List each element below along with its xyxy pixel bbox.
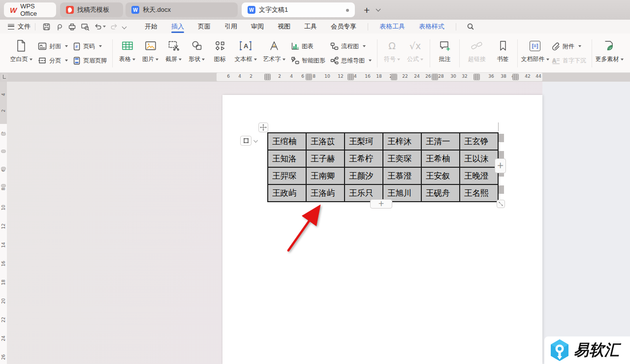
undo-button[interactable] bbox=[94, 23, 106, 30]
table-cell[interactable]: 王清一 bbox=[421, 133, 460, 150]
table-cell[interactable]: 王安叙 bbox=[421, 167, 460, 184]
tab-autumn-doc[interactable]: W 秋天.docx bbox=[126, 2, 238, 17]
table-cell[interactable]: 王名熙 bbox=[460, 184, 498, 202]
table-cell[interactable]: 王希柚 bbox=[421, 150, 460, 167]
table-cell[interactable]: 王玄铮 bbox=[460, 133, 498, 150]
page-break-button[interactable]: 分页 bbox=[38, 55, 68, 67]
table-column-marker[interactable] bbox=[347, 74, 354, 80]
save-button[interactable] bbox=[42, 23, 51, 31]
tab-wps-office[interactable]: W WPS Office bbox=[4, 2, 56, 17]
more-assets-button[interactable]: 更多素材 bbox=[595, 34, 624, 72]
search-button[interactable] bbox=[467, 23, 474, 30]
table-cell[interactable]: 王子赫 bbox=[306, 150, 345, 167]
table-column-marker[interactable] bbox=[264, 74, 271, 80]
flowchart-button[interactable]: 流程图 bbox=[330, 40, 372, 53]
mindmap-icon bbox=[330, 57, 339, 64]
screenshot-button[interactable]: 截屏 bbox=[162, 34, 185, 72]
page-number-button[interactable]: # 页码 bbox=[73, 40, 107, 53]
picture-icon bbox=[145, 41, 157, 51]
textbox-button[interactable]: A 文本框 bbox=[231, 34, 260, 72]
shapes-button[interactable]: 形状 bbox=[185, 34, 208, 72]
table-cell[interactable]: 王政屿 bbox=[268, 184, 306, 202]
mindmap-button[interactable]: 思维导图 bbox=[330, 55, 372, 67]
table-cell[interactable]: 王知洛 bbox=[268, 150, 306, 167]
table-cell[interactable]: 王洛屿 bbox=[306, 184, 345, 202]
vertical-ruler[interactable]: 422468101214161820222426 bbox=[0, 82, 7, 364]
table-button[interactable]: 表格 bbox=[116, 34, 139, 72]
menu-member[interactable]: 会员专享 bbox=[331, 20, 356, 33]
table-move-handle[interactable] bbox=[258, 122, 268, 132]
table-column-marker[interactable] bbox=[512, 74, 519, 80]
bookmark-button[interactable]: 书签 bbox=[491, 34, 514, 72]
document-page[interactable]: 王绾柚王洛苡王梨珂王梓沐王清一王玄铮王知洛王子赫王希柠王奕琛王希柚王以沫王羿琛王… bbox=[222, 95, 542, 364]
table-cell[interactable]: 王奕琛 bbox=[383, 150, 421, 167]
undo-caret-icon bbox=[103, 26, 106, 28]
print-preview-button[interactable] bbox=[81, 23, 90, 31]
table-select-icon bbox=[243, 138, 249, 144]
row-end-marker bbox=[499, 134, 504, 142]
table-column-marker[interactable] bbox=[306, 74, 312, 80]
table-cell[interactable]: 王以沫 bbox=[460, 150, 498, 167]
tab-list-chevron-icon[interactable] bbox=[376, 7, 381, 12]
table-cell[interactable]: 王梓沐 bbox=[383, 133, 421, 150]
tab-current-doc[interactable]: W 文字文稿1 bbox=[242, 2, 355, 17]
names-table[interactable]: 王绾柚王洛苡王梨珂王梓沐王清一王玄铮王知洛王子赫王希柠王奕琛王希柚王以沫王羿琛王… bbox=[267, 132, 499, 202]
table-cell[interactable]: 王慕澄 bbox=[383, 167, 421, 184]
quick-access-chevron[interactable] bbox=[123, 25, 126, 29]
menu-table-tools[interactable]: 表格工具 bbox=[379, 20, 405, 33]
table-select-button[interactable] bbox=[240, 136, 252, 146]
table-cell[interactable]: 王梨珂 bbox=[345, 133, 383, 150]
table-resize-handle[interactable] bbox=[497, 200, 505, 208]
smart-graphic-button[interactable]: 智能图形 bbox=[291, 55, 325, 67]
table-cell[interactable]: 王洛苡 bbox=[306, 133, 345, 150]
menu-tools[interactable]: 工具 bbox=[304, 20, 317, 33]
table-cell[interactable]: 王希柠 bbox=[345, 150, 383, 167]
export-pdf-button[interactable] bbox=[55, 23, 63, 31]
print-button[interactable] bbox=[68, 23, 76, 31]
blank-page-button[interactable]: 空白页 bbox=[7, 34, 35, 72]
picture-button[interactable]: 图片 bbox=[139, 34, 162, 72]
table-column-marker[interactable] bbox=[432, 74, 438, 80]
menu-table-style[interactable]: 表格样式 bbox=[419, 20, 444, 33]
chart-button[interactable]: 图表 bbox=[291, 40, 325, 53]
table-column-marker[interactable] bbox=[473, 74, 480, 80]
menu-reference[interactable]: 引用 bbox=[224, 20, 237, 33]
table-cell[interactable]: 王南卿 bbox=[306, 167, 345, 184]
menu-view[interactable]: 视图 bbox=[278, 20, 290, 33]
table-cell[interactable]: 王颜汐 bbox=[345, 167, 383, 184]
file-menu[interactable]: 文件 bbox=[18, 22, 31, 31]
ribbon-insert: 空白页 封面 分页 # 页码 页眉页脚 表格 bbox=[0, 33, 630, 73]
doc-parts-button[interactable]: [=] 文档部件 bbox=[521, 34, 549, 72]
main-menu-icon[interactable] bbox=[8, 24, 14, 30]
ruler-tick-label: 30 bbox=[450, 74, 456, 79]
add-column-button[interactable]: + bbox=[495, 158, 506, 173]
header-footer-button[interactable]: 页眉页脚 bbox=[73, 55, 107, 67]
tab-docer-template[interactable]: 找稿壳模板 bbox=[60, 2, 123, 17]
icons-button[interactable]: 图标 bbox=[208, 34, 231, 72]
menu-review[interactable]: 审阅 bbox=[251, 20, 264, 33]
wordart-button[interactable]: 艺术字 bbox=[260, 34, 288, 72]
horizontal-ruler[interactable]: 6422468101214161820222426283032343638404… bbox=[217, 73, 542, 81]
tab-stop-selector[interactable] bbox=[1, 73, 8, 81]
cover-button[interactable]: 封面 bbox=[38, 40, 68, 53]
table-column-marker[interactable] bbox=[391, 74, 397, 80]
add-row-button[interactable]: + bbox=[370, 199, 392, 209]
flowchart-icon bbox=[330, 42, 339, 50]
comment-button[interactable]: 批注 bbox=[433, 34, 456, 72]
menu-page[interactable]: 页面 bbox=[198, 20, 211, 33]
table-row-marker[interactable] bbox=[1, 167, 6, 170]
table-row-marker[interactable] bbox=[1, 132, 6, 136]
table-select-chevron-icon[interactable] bbox=[253, 138, 258, 143]
new-tab-button[interactable]: + bbox=[364, 5, 370, 15]
table-cell[interactable]: 王绾柚 bbox=[268, 133, 306, 150]
menu-home[interactable]: 开始 bbox=[145, 20, 158, 33]
table-cell[interactable]: 王砚舟 bbox=[421, 184, 460, 202]
attachment-button[interactable]: 附件 bbox=[552, 40, 586, 53]
menu-insert[interactable]: 插入 bbox=[171, 20, 184, 33]
ruler-tick-label: 10 bbox=[324, 74, 330, 79]
table-row-marker[interactable] bbox=[1, 184, 6, 187]
table-cell[interactable]: 王羿琛 bbox=[268, 167, 306, 184]
header-footer-icon bbox=[73, 57, 81, 65]
table-row-marker[interactable] bbox=[1, 150, 6, 153]
table-cell[interactable]: 王晚澄 bbox=[460, 167, 498, 184]
